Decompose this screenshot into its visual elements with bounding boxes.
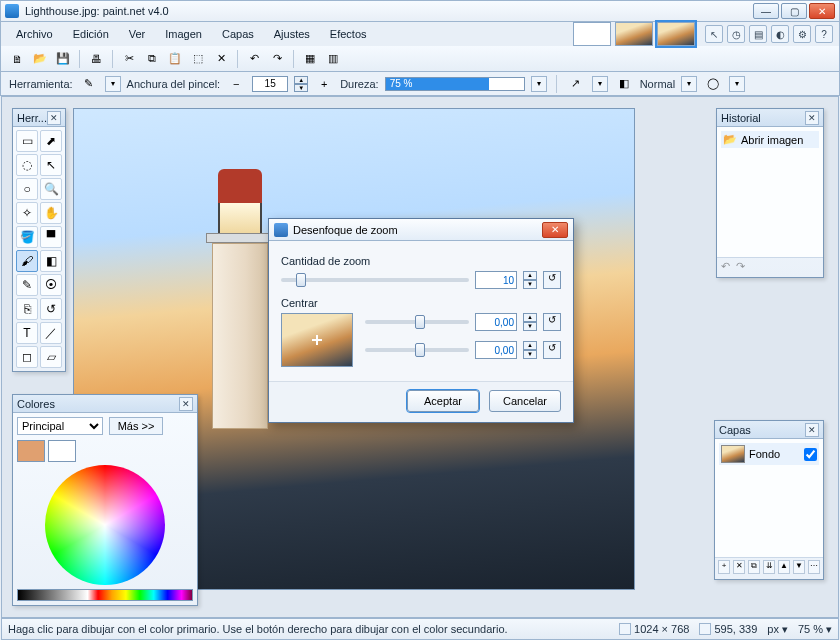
- menu-edicion[interactable]: Edición: [64, 25, 118, 43]
- antialias-icon[interactable]: ↗: [566, 74, 586, 94]
- tool-clone[interactable]: ⎘: [16, 298, 38, 320]
- help-icon[interactable]: ?: [815, 25, 833, 43]
- print-icon[interactable]: 🖶: [86, 49, 106, 69]
- image-thumb-2[interactable]: [615, 22, 653, 46]
- colors-more-button[interactable]: Más >>: [109, 417, 163, 435]
- paste-icon[interactable]: 📋: [165, 49, 185, 69]
- tool-gradient[interactable]: ▀: [40, 226, 62, 248]
- zoom-amount-input[interactable]: [475, 271, 517, 289]
- colors-window-icon[interactable]: ◐: [771, 25, 789, 43]
- history-redo-icon[interactable]: ↷: [736, 260, 745, 273]
- tools-window-icon[interactable]: ↖: [705, 25, 723, 43]
- center-y-stepper[interactable]: ▲▼: [523, 341, 537, 359]
- grid-icon[interactable]: ▦: [300, 49, 320, 69]
- unit-dropdown-icon[interactable]: ▾: [782, 623, 788, 636]
- antialias-dropdown[interactable]: ▾: [592, 76, 608, 92]
- zoom-dropdown-icon[interactable]: ▾: [826, 623, 832, 636]
- layer-add-icon[interactable]: +: [718, 560, 730, 574]
- alpha-dropdown[interactable]: ▾: [729, 76, 745, 92]
- menu-imagen[interactable]: Imagen: [156, 25, 211, 43]
- tool-text[interactable]: T: [16, 322, 38, 344]
- brush-width-stepper[interactable]: ▲▼: [294, 76, 308, 92]
- brush-width-input[interactable]: [252, 76, 288, 92]
- layer-delete-icon[interactable]: ✕: [733, 560, 745, 574]
- tool-lasso[interactable]: ◌: [16, 154, 38, 176]
- tool-ellipse-select[interactable]: ○: [16, 178, 38, 200]
- menu-ajustes[interactable]: Ajustes: [265, 25, 319, 43]
- zoom-amount-stepper[interactable]: ▲▼: [523, 271, 537, 289]
- dialog-close-icon[interactable]: ✕: [542, 222, 568, 238]
- layer-visible-checkbox[interactable]: [804, 448, 817, 461]
- tool-line[interactable]: ／: [40, 322, 62, 344]
- settings-icon[interactable]: ⚙: [793, 25, 811, 43]
- center-x-slider[interactable]: [365, 320, 469, 324]
- tool-zoom[interactable]: 🔍: [40, 178, 62, 200]
- primary-color-swatch[interactable]: [17, 440, 45, 462]
- tool-magic-wand[interactable]: ✧: [16, 202, 38, 224]
- tool-shapes[interactable]: ◻: [16, 346, 38, 368]
- layers-panel-close-icon[interactable]: ✕: [805, 423, 819, 437]
- dialog-ok-button[interactable]: Aceptar: [407, 390, 479, 412]
- dialog-cancel-button[interactable]: Cancelar: [489, 390, 561, 412]
- secondary-color-swatch[interactable]: [48, 440, 76, 462]
- close-button[interactable]: ✕: [809, 3, 835, 19]
- tool-dropdown[interactable]: ▾: [105, 76, 121, 92]
- menu-ver[interactable]: Ver: [120, 25, 155, 43]
- blend-icon[interactable]: ◧: [614, 74, 634, 94]
- color-mode-select[interactable]: Principal: [17, 417, 103, 435]
- tool-pan[interactable]: ✋: [40, 202, 62, 224]
- current-tool-icon[interactable]: ✎: [79, 74, 99, 94]
- alpha-icon[interactable]: ◯: [703, 74, 723, 94]
- brush-decrease-icon[interactable]: −: [226, 74, 246, 94]
- deselect-icon[interactable]: ✕: [211, 49, 231, 69]
- hardness-dropdown[interactable]: ▾: [531, 76, 547, 92]
- maximize-button[interactable]: ▢: [781, 3, 807, 19]
- zoom-amount-reset-icon[interactable]: ↺: [543, 271, 561, 289]
- center-y-reset-icon[interactable]: ↺: [543, 341, 561, 359]
- crop-icon[interactable]: ⬚: [188, 49, 208, 69]
- layer-row[interactable]: Fondo: [719, 443, 819, 465]
- center-preview[interactable]: [281, 313, 353, 367]
- cut-icon[interactable]: ✂: [119, 49, 139, 69]
- center-y-input[interactable]: [475, 341, 517, 359]
- tool-paintbrush[interactable]: 🖌: [16, 250, 38, 272]
- history-window-icon[interactable]: ◷: [727, 25, 745, 43]
- layer-merge-icon[interactable]: ⇊: [763, 560, 775, 574]
- tool-recolor[interactable]: ↺: [40, 298, 62, 320]
- center-x-reset-icon[interactable]: ↺: [543, 313, 561, 331]
- brush-increase-icon[interactable]: +: [314, 74, 334, 94]
- center-x-input[interactable]: [475, 313, 517, 331]
- copy-icon[interactable]: ⧉: [142, 49, 162, 69]
- color-wheel[interactable]: [45, 465, 165, 585]
- history-item[interactable]: 📂 Abrir imagen: [721, 131, 819, 148]
- undo-icon[interactable]: ↶: [244, 49, 264, 69]
- tool-color-picker[interactable]: ⦿: [40, 274, 62, 296]
- tools-panel-close-icon[interactable]: ✕: [47, 111, 61, 125]
- tool-eraser[interactable]: ◧: [40, 250, 62, 272]
- tool-move-selection[interactable]: ⬈: [40, 130, 62, 152]
- menu-archivo[interactable]: Archivo: [7, 25, 62, 43]
- center-y-slider[interactable]: [365, 348, 469, 352]
- tool-pencil[interactable]: ✎: [16, 274, 38, 296]
- dialog-titlebar[interactable]: Desenfoque de zoom ✕: [269, 219, 573, 241]
- zoom-amount-slider[interactable]: [281, 278, 469, 282]
- layer-dup-icon[interactable]: ⧉: [748, 560, 760, 574]
- new-icon[interactable]: 🗎: [7, 49, 27, 69]
- tool-paint-bucket[interactable]: 🪣: [16, 226, 38, 248]
- blend-dropdown[interactable]: ▾: [681, 76, 697, 92]
- open-icon[interactable]: 📂: [30, 49, 50, 69]
- layer-up-icon[interactable]: ▲: [778, 560, 790, 574]
- center-x-stepper[interactable]: ▲▼: [523, 313, 537, 331]
- minimize-button[interactable]: —: [753, 3, 779, 19]
- tool-rounded-rect[interactable]: ▱: [40, 346, 62, 368]
- ruler-icon[interactable]: ▥: [323, 49, 343, 69]
- layer-props-icon[interactable]: ⋯: [808, 560, 820, 574]
- image-thumb-1[interactable]: [573, 22, 611, 46]
- tool-move[interactable]: ↖: [40, 154, 62, 176]
- layer-down-icon[interactable]: ▼: [793, 560, 805, 574]
- redo-icon[interactable]: ↷: [267, 49, 287, 69]
- history-panel-close-icon[interactable]: ✕: [805, 111, 819, 125]
- menu-efectos[interactable]: Efectos: [321, 25, 376, 43]
- layers-window-icon[interactable]: ▤: [749, 25, 767, 43]
- tool-rect-select[interactable]: ▭: [16, 130, 38, 152]
